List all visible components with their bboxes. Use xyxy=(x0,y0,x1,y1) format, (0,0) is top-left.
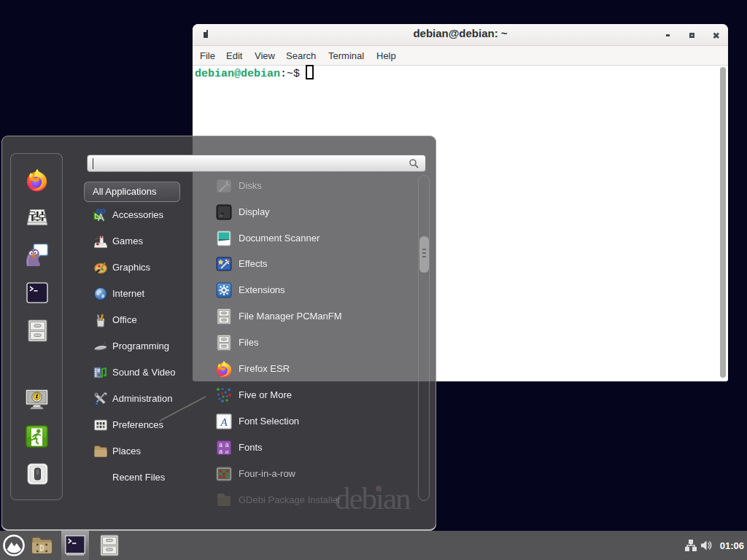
svg-text:A: A xyxy=(220,416,228,428)
svg-text:a: a xyxy=(219,448,222,455)
svg-text:a: a xyxy=(225,448,228,455)
